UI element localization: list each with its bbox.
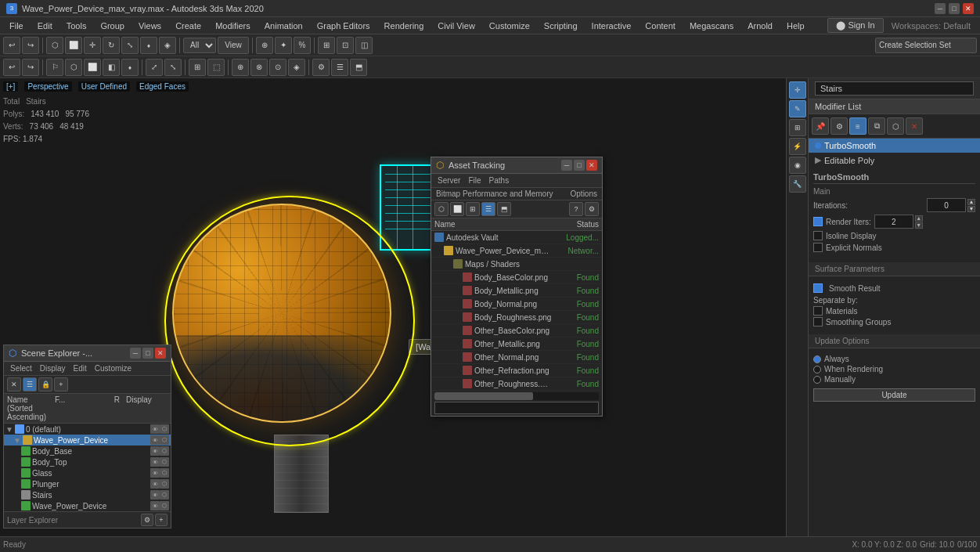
at-maximize-btn[interactable]: □ — [574, 160, 585, 171]
iterations-value[interactable]: 0 — [927, 198, 966, 212]
layer-settings-btn[interactable]: ⚙ — [141, 514, 153, 526]
remove-btn[interactable]: ✕ — [906, 117, 923, 135]
update-button[interactable]: Update — [813, 388, 975, 402]
tb2-btn7[interactable]: ⬧ — [121, 59, 139, 76]
pin-btn[interactable]: 📌 — [812, 117, 829, 135]
menu-megascans[interactable]: Megascans — [683, 20, 740, 32]
title-bar-controls[interactable]: ─ □ ✕ — [935, 3, 974, 14]
materials-checkbox[interactable] — [813, 306, 823, 316]
when-rendering-radio[interactable] — [813, 366, 821, 373]
se-eye-icon[interactable]: 👁 — [150, 446, 160, 456]
tb2-btn2[interactable]: ↪ — [22, 59, 39, 76]
materials-check-row[interactable]: Materials — [813, 306, 975, 316]
se-row-wave-power-device-child[interactable]: Wave_Power_Device 👁 ⬡ — [4, 500, 171, 511]
tb2-btn6[interactable]: ◧ — [103, 59, 120, 76]
at-controls[interactable]: ─ □ ✕ — [561, 160, 597, 171]
at-row-other-basecolor[interactable]: Other_BaseColor.png Found — [431, 324, 602, 337]
at-btn5[interactable]: ⬒ — [497, 202, 511, 216]
tb2-btn13[interactable]: ⊗ — [250, 59, 268, 76]
tb2-btn3[interactable]: ⚐ — [46, 59, 63, 76]
at-btn1[interactable]: ⬡ — [434, 202, 449, 216]
tb2-btn10[interactable]: ⊞ — [189, 59, 206, 76]
rotate-button[interactable]: ↻ — [103, 37, 120, 54]
motion-tab-btn[interactable]: ⚡ — [789, 138, 806, 155]
always-radio[interactable] — [813, 355, 821, 363]
display-tab-btn[interactable]: ◉ — [789, 157, 806, 174]
selection-set-input[interactable] — [875, 38, 977, 53]
explicit-normals-checkbox[interactable] — [813, 243, 823, 252]
menu-edit[interactable]: Edit — [31, 20, 59, 32]
tool10-button[interactable]: ⊞ — [318, 37, 335, 54]
tb2-btn14[interactable]: ⊙ — [269, 59, 286, 76]
menu-content[interactable]: Content — [639, 20, 682, 32]
se-controls[interactable]: ─ □ ✕ — [130, 348, 166, 359]
object-name-input[interactable]: Stairs — [815, 81, 974, 96]
always-radio-row[interactable]: Always — [813, 355, 975, 363]
se-vis-icon[interactable]: ⬡ — [160, 490, 169, 500]
tb2-btn1[interactable]: ↩ — [3, 59, 20, 76]
tool11-button[interactable]: ⊡ — [337, 37, 354, 54]
at-row-body-normal[interactable]: Body_Normal.png Found — [431, 298, 602, 311]
se-vis-icon[interactable]: ⬡ — [160, 479, 169, 489]
tb2-btn11[interactable]: ⬚ — [207, 59, 225, 76]
menu-scripting[interactable]: Scripting — [538, 20, 584, 32]
menu-arnold[interactable]: Arnold — [741, 20, 779, 32]
se-vis-icon[interactable]: ⬡ — [160, 424, 169, 434]
se-row-plunger[interactable]: Plunger 👁 ⬡ — [4, 478, 171, 489]
render-iters-up[interactable]: ▲ — [915, 215, 923, 222]
at-options-label[interactable]: Options — [571, 189, 597, 198]
at-row-maps[interactable]: Maps / Shaders — [431, 258, 602, 271]
isoline-row[interactable]: Isoline Display — [813, 231, 975, 240]
at-btn4[interactable]: ☰ — [481, 202, 495, 216]
tool7-button[interactable]: ⊕ — [256, 37, 273, 54]
config-btn[interactable]: ⚙ — [830, 117, 848, 135]
se-menu-select[interactable]: Select — [7, 363, 35, 373]
at-row-body-roughness[interactable]: Body_Roughness.png Found — [431, 311, 602, 324]
when-rendering-radio-row[interactable]: When Rendering — [813, 365, 975, 373]
menu-animation[interactable]: Animation — [258, 20, 309, 32]
se-menu-display[interactable]: Display — [37, 363, 69, 373]
modify-tab-btn[interactable]: ✎ — [789, 100, 806, 117]
tool8-button[interactable]: ✦ — [275, 37, 292, 54]
render-iters-down[interactable]: ▼ — [915, 222, 923, 229]
menu-modifiers[interactable]: Modifiers — [209, 20, 257, 32]
tb2-btn15[interactable]: ◈ — [288, 59, 305, 76]
smoothing-groups-row[interactable]: Smoothing Groups — [813, 317, 975, 327]
tb2-btn12[interactable]: ⊕ — [232, 59, 249, 76]
make-unique-btn[interactable]: ⬡ — [887, 117, 904, 135]
sign-in-button[interactable]: ⬤ Sign In — [827, 18, 883, 33]
tool6-button[interactable]: ◈ — [159, 37, 176, 54]
se-vis-icon[interactable]: ⬡ — [160, 446, 169, 456]
se-row-default[interactable]: ▼ 0 (default) 👁 ⬡ — [4, 424, 171, 435]
se-eye-icon[interactable]: 👁 — [150, 424, 160, 434]
menu-civil-view[interactable]: Civil View — [431, 20, 481, 32]
at-input-bar[interactable] — [434, 402, 599, 414]
layer-add-btn[interactable]: + — [155, 514, 168, 526]
manually-radio[interactable] — [813, 376, 821, 384]
modifier-item-turbosmooth[interactable]: TurboSmooth — [809, 139, 980, 153]
at-row-other-normal[interactable]: Other_Normal.png Found — [431, 351, 602, 364]
se-tb-btn2[interactable]: ☰ — [23, 377, 37, 391]
at-row-other-refraction[interactable]: Other_Refraction.png Found — [431, 364, 602, 377]
stack-view-btn[interactable]: ≡ — [849, 117, 867, 135]
menu-graph-editors[interactable]: Graph Editors — [311, 20, 377, 32]
sphere-object[interactable] — [172, 204, 407, 438]
menu-file[interactable]: File — [3, 20, 30, 32]
se-row-body-base[interactable]: Body_Base 👁 ⬡ — [4, 446, 171, 456]
se-vis-icon[interactable]: ⬡ — [160, 468, 169, 478]
se-menu-customize[interactable]: Customize — [92, 363, 135, 373]
scale-button[interactable]: ⤡ — [121, 37, 139, 54]
at-row-other-metallic[interactable]: Other_Metallic.png Found — [431, 337, 602, 351]
at-btn3[interactable]: ⊞ — [466, 202, 480, 216]
se-vis-icon[interactable]: ⬡ — [160, 457, 169, 467]
instance-btn[interactable]: ⧉ — [868, 117, 885, 135]
create-tab-btn[interactable]: ✛ — [789, 81, 806, 99]
at-row-body-basecolor[interactable]: Body_BaseColor.png Found — [431, 271, 602, 284]
at-row-other-roughness[interactable]: Other_Roughness.png Found — [431, 377, 602, 391]
explicit-normals-row[interactable]: Explicit Normals — [813, 243, 975, 252]
render-iters-value[interactable]: 2 — [874, 215, 913, 229]
se-tb-btn3[interactable]: 🔒 — [38, 377, 52, 391]
tb2-btn18[interactable]: ⬒ — [350, 59, 367, 76]
se-eye-icon[interactable]: 👁 — [150, 468, 160, 478]
se-maximize-btn[interactable]: □ — [142, 348, 153, 359]
